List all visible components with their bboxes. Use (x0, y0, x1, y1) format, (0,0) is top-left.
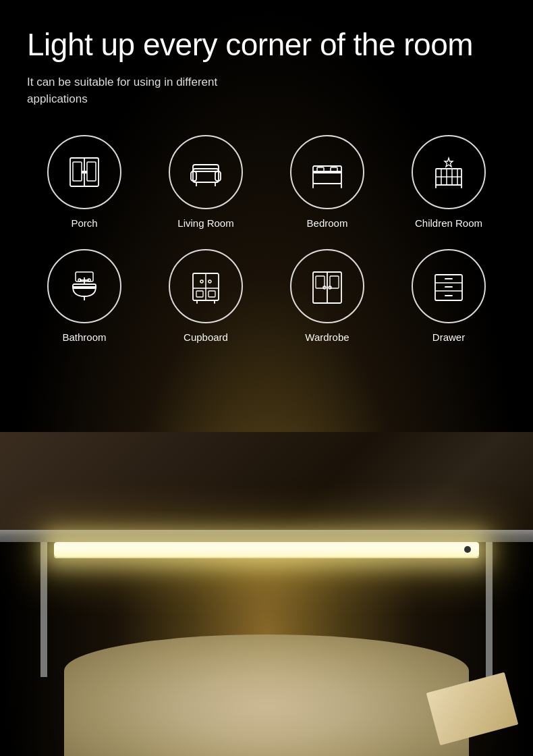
led-sensor (464, 546, 471, 553)
svg-rect-8 (215, 171, 221, 181)
cupboard-label: Cupboard (184, 331, 228, 343)
icon-item-bathroom: Bathroom (27, 249, 142, 343)
wardrobe-icon-circle (290, 249, 364, 323)
svg-point-38 (208, 280, 211, 283)
icon-item-living-room: Living Room (148, 135, 263, 229)
shelf-leg-right (486, 542, 493, 677)
drawer-icon (429, 267, 468, 306)
living-room-icon (186, 153, 225, 192)
svg-point-4 (82, 171, 84, 173)
drawer-icon-circle (412, 249, 486, 323)
svg-rect-40 (196, 291, 203, 297)
icon-item-porch: Porch (27, 135, 142, 229)
icon-item-cupboard: Cupboard (148, 249, 263, 343)
drawer-label: Drawer (432, 331, 465, 343)
bedroom-label: Bedroom (307, 217, 348, 229)
svg-point-37 (200, 280, 203, 283)
shelf-leg-left (40, 542, 47, 677)
bathroom-label: Bathroom (62, 331, 106, 343)
porch-label: Porch (71, 217, 97, 229)
svg-marker-26 (445, 158, 453, 167)
svg-rect-7 (191, 171, 196, 181)
shelf (0, 530, 533, 542)
bedroom-icon-circle (290, 135, 364, 209)
children-room-icon-circle (412, 135, 486, 209)
wardrobe-label: Wardrobe (305, 331, 349, 343)
svg-rect-9 (193, 165, 219, 171)
rug (64, 634, 469, 756)
bed-scene (0, 432, 533, 756)
living-room-icon-circle (169, 135, 243, 209)
cupboard-icon (186, 267, 225, 306)
living-room-label: Living Room (177, 217, 233, 229)
led-bar (54, 542, 479, 557)
svg-rect-27 (73, 284, 96, 288)
children-room-label: Children Room (415, 217, 482, 229)
subtitle: It can be suitable for using in differen… (27, 74, 270, 108)
bathroom-icon (65, 267, 104, 306)
icon-item-drawer: Drawer (391, 249, 506, 343)
icon-item-bedroom: Bedroom (270, 135, 385, 229)
icons-grid: Porch Living Room (27, 135, 506, 343)
svg-rect-3 (87, 162, 96, 181)
main-content: Light up every corner of the room It can… (0, 0, 533, 343)
main-title: Light up every corner of the room (27, 27, 506, 63)
svg-rect-41 (208, 291, 215, 297)
icon-item-children-room: Children Room (391, 135, 506, 229)
bedroom-icon (308, 153, 347, 192)
porch-icon (65, 153, 104, 192)
svg-point-5 (85, 171, 87, 173)
svg-rect-2 (73, 162, 82, 181)
wardrobe-icon (308, 267, 347, 306)
children-room-icon (429, 153, 468, 192)
cupboard-icon-circle (169, 249, 243, 323)
icon-item-wardrobe: Wardrobe (270, 249, 385, 343)
bedding (0, 432, 533, 530)
porch-icon-circle (47, 135, 121, 209)
bathroom-icon-circle (47, 249, 121, 323)
